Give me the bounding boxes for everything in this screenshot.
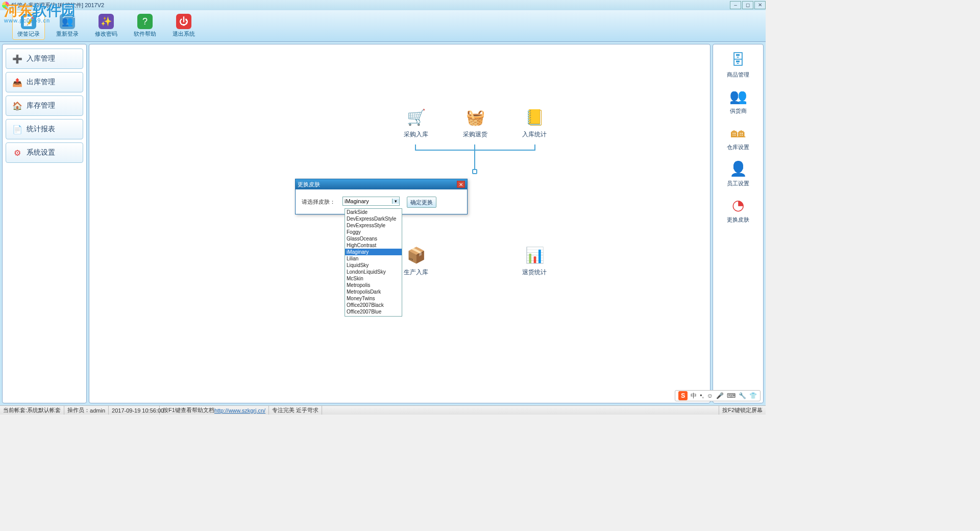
- top-toolbar: 📝便签记录👥重新登录✨修改密码?软件帮助⏻退出系统: [0, 10, 766, 42]
- skin-option[interactable]: MetropolisDark: [345, 288, 402, 295]
- ime-item[interactable]: 中: [691, 392, 697, 400]
- skin-dropdown-list[interactable]: DarkSideDevExpressDarkStyleDevExpressSty…: [345, 208, 402, 317]
- skin-option[interactable]: Office2007Blue: [345, 308, 402, 315]
- skin-option[interactable]: MoneyTwins: [345, 295, 402, 302]
- shortcut-label: 员工设置: [727, 180, 749, 187]
- toolbar-help-button[interactable]: ?软件帮助: [129, 12, 161, 40]
- settings-icon: ⚙: [12, 148, 22, 158]
- sidebar-item-outbound[interactable]: 📤出库管理: [6, 72, 83, 92]
- inventory-icon: 🏠: [12, 101, 22, 111]
- shortcut-staff[interactable]: 👤员工设置: [718, 158, 758, 187]
- suppliers-icon: 👥: [727, 86, 749, 106]
- left-sidebar: ➕入库管理📤出库管理🏠库存管理📄统计报表⚙系统设置: [2, 44, 87, 403]
- return-stats-icon: 📊: [523, 244, 546, 266]
- status-help: 按F1键查看帮助文档 http://www.szkgrj.cn/: [160, 406, 269, 415]
- app-icon: [2, 2, 9, 9]
- password-icon: ✨: [99, 14, 114, 29]
- production-in-icon: 📦: [405, 244, 427, 266]
- toolbar-exit-button[interactable]: ⏻退出系统: [167, 12, 200, 40]
- exit-icon: ⏻: [176, 14, 191, 29]
- sidebar-item-label: 库存管理: [27, 101, 55, 110]
- warehouse-icon: 🏘: [727, 122, 749, 142]
- staff-icon: 👤: [727, 158, 749, 179]
- skin-icon: ◔: [727, 195, 749, 215]
- toolbar-relogin-button[interactable]: 👥重新登录: [51, 12, 84, 40]
- connector: [415, 144, 416, 151]
- skin-option[interactable]: LiquidSky: [345, 262, 402, 269]
- maximize-button[interactable]: ◻: [742, 1, 753, 9]
- ime-item[interactable]: •,: [700, 392, 704, 399]
- ime-item[interactable]: ☺: [707, 392, 713, 399]
- shortcut-warehouse[interactable]: 🏘仓库设置: [718, 122, 758, 151]
- diagram-return-stats[interactable]: 📊退货统计: [514, 244, 555, 277]
- sidebar-item-inventory[interactable]: 🏠库存管理: [6, 95, 83, 116]
- skin-option[interactable]: LondonLiquidSky: [345, 269, 402, 275]
- ime-item[interactable]: 🔧: [739, 392, 746, 399]
- skin-label: 请选择皮肤：: [302, 197, 335, 206]
- dialog-title: 更换皮肤: [298, 181, 320, 188]
- shortcut-suppliers[interactable]: 👥供货商: [718, 86, 758, 115]
- toolbar-label: 软件帮助: [134, 30, 156, 38]
- confirm-skin-button[interactable]: 确定更换: [407, 197, 436, 208]
- skin-option[interactable]: DevExpressStyle: [345, 222, 402, 229]
- skin-option[interactable]: HighContrast: [345, 242, 402, 249]
- help-link[interactable]: http://www.szkgrj.cn/: [214, 407, 265, 414]
- sogou-icon[interactable]: S: [678, 391, 688, 400]
- skin-option[interactable]: GlassOceans: [345, 235, 402, 242]
- shortcut-label: 商品管理: [727, 71, 749, 79]
- inbound-icon: ➕: [12, 54, 22, 64]
- minimize-button[interactable]: –: [730, 1, 741, 9]
- connector: [534, 144, 535, 151]
- toolbar-password-button[interactable]: ✨修改密码: [90, 12, 122, 40]
- skin-selected-value: iMaginary: [345, 198, 369, 204]
- notes-icon: 📝: [21, 14, 36, 29]
- right-sidebar: 🗄商品管理👥供货商🏘仓库设置👤员工设置◔更换皮肤: [713, 44, 764, 403]
- joint: [472, 169, 477, 174]
- chevron-down-icon: ▾: [392, 199, 399, 204]
- titlebar: 科管仓库管理系统 [科管软件] 2017V2 – ◻ ✕: [0, 0, 766, 10]
- products-icon: 🗄: [727, 50, 749, 70]
- dialog-titlebar[interactable]: 更换皮肤 ✕: [296, 179, 467, 189]
- shortcut-skin[interactable]: ◔更换皮肤: [718, 195, 758, 224]
- diagram-in-stats[interactable]: 📒入库统计: [514, 106, 555, 139]
- toolbar-notes-button[interactable]: 📝便签记录: [12, 12, 45, 40]
- skin-select[interactable]: iMaginary ▾: [342, 197, 400, 206]
- status-lock: 按F2键锁定屏幕: [719, 406, 766, 415]
- close-button[interactable]: ✕: [754, 1, 766, 9]
- reports-icon: 📄: [12, 124, 22, 134]
- sidebar-item-label: 统计报表: [27, 125, 55, 134]
- status-account: 当前帐套:系统默认帐套: [0, 406, 64, 415]
- sidebar-item-label: 出库管理: [27, 78, 55, 87]
- skin-option[interactable]: Office2007Black: [345, 302, 402, 308]
- sidebar-item-reports[interactable]: 📄统计报表: [6, 119, 83, 139]
- help-icon: ?: [137, 14, 153, 29]
- purchase-return-icon: 🧺: [464, 106, 486, 128]
- diagram-purchase-return[interactable]: 🧺采购退货: [455, 106, 496, 139]
- ime-item[interactable]: 👕: [749, 392, 757, 399]
- purchase-in-icon: 🛒: [405, 106, 427, 128]
- skin-option[interactable]: McSkin: [345, 275, 402, 282]
- shortcut-products[interactable]: 🗄商品管理: [718, 50, 758, 79]
- skin-option[interactable]: Lilian: [345, 255, 402, 262]
- relogin-icon: 👥: [60, 14, 75, 29]
- ime-item[interactable]: 🎤: [716, 392, 724, 399]
- skin-option[interactable]: Metropolis: [345, 282, 402, 288]
- skin-option[interactable]: Office2007Green: [345, 315, 402, 317]
- sidebar-item-label: 系统设置: [27, 148, 55, 157]
- shortcut-label: 更换皮肤: [727, 216, 749, 224]
- skin-option[interactable]: DarkSide: [345, 209, 402, 215]
- sidebar-item-inbound[interactable]: ➕入库管理: [6, 49, 83, 69]
- diagram-label: 退货统计: [522, 268, 547, 277]
- skin-option[interactable]: DevExpressDarkStyle: [345, 215, 402, 222]
- skin-option[interactable]: iMaginary: [345, 249, 402, 255]
- diagram-label: 采购入库: [404, 130, 428, 139]
- sidebar-item-settings[interactable]: ⚙系统设置: [6, 142, 83, 163]
- skin-option[interactable]: Foggy: [345, 229, 402, 235]
- shortcut-label: 供货商: [730, 107, 747, 115]
- toolbar-label: 重新登录: [56, 30, 79, 38]
- ime-item[interactable]: ⌨: [727, 392, 736, 399]
- ime-toolbar[interactable]: S 中•,☺🎤⌨🔧👕: [675, 390, 761, 401]
- diagram-purchase-in[interactable]: 🛒采购入库: [396, 106, 436, 139]
- outbound-icon: 📤: [12, 77, 22, 87]
- dialog-close-icon[interactable]: ✕: [457, 181, 465, 188]
